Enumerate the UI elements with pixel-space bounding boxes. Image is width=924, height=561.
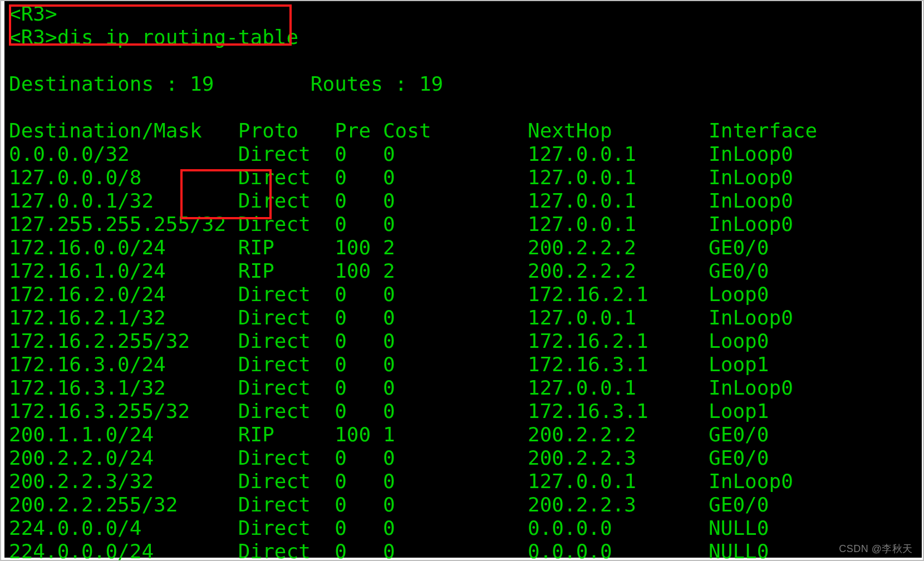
summary-line: Destinations : 19 Routes : 19 — [9, 72, 922, 96]
blank-line — [9, 49, 922, 72]
table-row: 172.16.3.0/24 Direct 0 0 172.16.3.1 Loop… — [9, 353, 922, 376]
table-row: 0.0.0.0/32 Direct 0 0 127.0.0.1 InLoop0 — [9, 142, 922, 166]
table-row: 172.16.1.0/24 RIP 100 2 200.2.2.2 GE0/0 — [9, 259, 922, 283]
table-row: 172.16.2.0/24 Direct 0 0 172.16.2.1 Loop… — [9, 283, 922, 306]
table-row: 200.1.1.0/24 RIP 100 1 200.2.2.2 GE0/0 — [9, 423, 922, 446]
table-row: 172.16.3.1/32 Direct 0 0 127.0.0.1 InLoo… — [9, 376, 922, 400]
blank-line — [9, 96, 922, 119]
table-header: Destination/Mask Proto Pre Cost NextHop … — [9, 119, 922, 142]
table-row: 200.2.2.3/32 Direct 0 0 127.0.0.1 InLoop… — [9, 470, 922, 493]
watermark-text: CSDN @李秋天 — [839, 542, 913, 555]
terminal-output[interactable]: <R3><R3>dis ip routing-table Destination… — [4, 1, 922, 558]
table-row: 127.0.0.0/8 Direct 0 0 127.0.0.1 InLoop0 — [9, 166, 922, 189]
table-row: 172.16.2.1/32 Direct 0 0 127.0.0.1 InLoo… — [9, 306, 922, 329]
table-row: 172.16.0.0/24 RIP 100 2 200.2.2.2 GE0/0 — [9, 236, 922, 259]
table-row: 200.2.2.0/24 Direct 0 0 200.2.2.3 GE0/0 — [9, 446, 922, 470]
table-row: 172.16.2.255/32 Direct 0 0 172.16.2.1 Lo… — [9, 329, 922, 353]
table-row: 172.16.3.255/32 Direct 0 0 172.16.3.1 Lo… — [9, 400, 922, 423]
command-line: <R3>dis ip routing-table — [9, 26, 922, 49]
prompt-line: <R3> — [9, 2, 922, 26]
table-row: 224.0.0.0/24 Direct 0 0 0.0.0.0 NULL0 — [9, 540, 922, 561]
table-row: 224.0.0.0/4 Direct 0 0 0.0.0.0 NULL0 — [9, 516, 922, 540]
table-row: 127.255.255.255/32 Direct 0 0 127.0.0.1 … — [9, 213, 922, 236]
table-row: 200.2.2.255/32 Direct 0 0 200.2.2.3 GE0/… — [9, 493, 922, 516]
table-row: 127.0.0.1/32 Direct 0 0 127.0.0.1 InLoop… — [9, 189, 922, 213]
window-frame: <R3><R3>dis ip routing-table Destination… — [0, 0, 924, 561]
